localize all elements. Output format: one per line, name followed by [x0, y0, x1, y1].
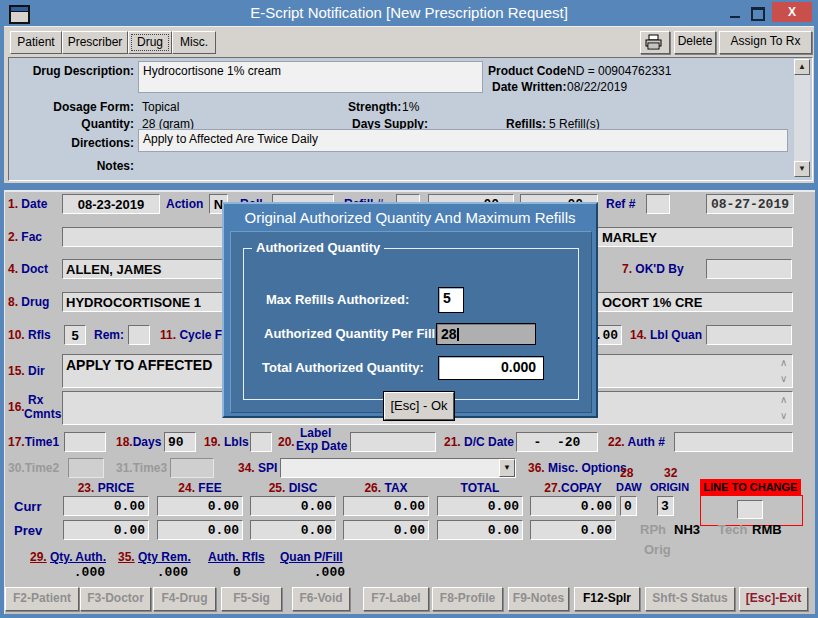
daw-number: 28 [620, 466, 633, 480]
prev-disc-field[interactable]: 0.00 [250, 520, 336, 540]
qty-auth-value: .000 [50, 565, 105, 580]
lbls-field[interactable] [250, 432, 272, 452]
days-label: 18.Days [116, 435, 161, 449]
strength-label: Strength: [348, 100, 401, 114]
prev-fee-field[interactable]: 0.00 [157, 520, 243, 540]
tech-value: RMB [752, 522, 782, 537]
misc-options-label: 36. Misc. Options [528, 461, 627, 475]
fee-header: 24. FEE [157, 481, 243, 495]
curr-price-field[interactable]: 0.00 [63, 496, 149, 516]
time1-field[interactable] [64, 432, 106, 452]
f3-doctor-button[interactable]: F3-Doctor [80, 587, 151, 611]
prev-copay-field[interactable]: 0.00 [530, 520, 616, 540]
curr-copay-field[interactable]: 0.00 [530, 496, 616, 516]
f5-sig-button[interactable]: F5-Sig [221, 587, 282, 611]
prev-label: Prev [14, 523, 42, 538]
quan-pfill-value: .000 [300, 565, 345, 580]
scroll-up-icon[interactable]: ▲ [794, 59, 810, 75]
rfls-field[interactable]: 5 [64, 325, 86, 345]
lbl-quan-label: 14. Lbl Quan [630, 328, 702, 342]
curr-tax-field[interactable]: 0.00 [343, 496, 429, 516]
delete-button[interactable]: Delete [674, 31, 716, 54]
prev-price-field[interactable]: 0.00 [63, 520, 149, 540]
f6-void-button[interactable]: F6-Void [292, 587, 350, 611]
maximize-icon[interactable] [748, 5, 768, 21]
dir-scroll-up-icon[interactable]: ∧ [780, 358, 787, 368]
tab-patient[interactable]: Patient [10, 31, 62, 54]
fac-label: 2. Fac [8, 230, 42, 244]
label-exp-field[interactable] [350, 432, 436, 452]
cycle-fill-label: 11. Cycle Fil [160, 328, 229, 342]
quan-pfill-label: Quan P/Fill [280, 550, 343, 564]
orig-label: Orig [644, 542, 671, 557]
date-field[interactable]: 08-23-2019 [62, 194, 160, 214]
qty-per-fill-input[interactable]: 28 [436, 323, 536, 345]
authorized-quantity-dialog: Original Authorized Quantity And Maximum… [222, 202, 598, 418]
f9-notes-button[interactable]: F9-Notes [508, 587, 569, 611]
prev-tax-field[interactable]: 0.00 [343, 520, 429, 540]
dir-scroll-down-icon[interactable]: ∨ [780, 374, 787, 384]
auth-number-field[interactable] [674, 432, 793, 452]
tab-misc[interactable]: Misc. [172, 31, 216, 54]
f2-patient-button[interactable]: F2-Patient [5, 587, 79, 611]
lbl-quan-field[interactable] [706, 325, 792, 345]
prev-total-field[interactable]: 0.00 [437, 520, 523, 540]
quantity-label: Quantity: [8, 117, 134, 131]
combo-arrow-icon[interactable]: ▼ [499, 459, 515, 477]
lbls-label: 19. Lbls [204, 435, 249, 449]
spi-combobox[interactable]: ▼ [280, 458, 516, 478]
f4-drug-button[interactable]: F4-Drug [153, 587, 216, 611]
dosage-form-label: Dosage Form: [8, 100, 134, 114]
max-refills-label: Max Refills Authorized: [266, 292, 409, 307]
origin-label: ORIGIN [650, 481, 689, 493]
origin-field[interactable]: 3 [657, 496, 674, 516]
esc-exit-button[interactable]: [Esc]-Exit [739, 587, 808, 611]
dc-date-field[interactable]: - -20 [516, 432, 598, 452]
curr-total-field[interactable]: 0.00 [437, 496, 523, 516]
f7-label-button[interactable]: F7-Label [363, 587, 429, 611]
total-qty-label: Total Authorized Quantity: [262, 360, 424, 375]
close-icon[interactable]: X [772, 2, 812, 22]
cmnts-scroll-up-icon[interactable]: ∧ [780, 395, 787, 405]
expire-date-field[interactable]: 08-27-2019 [706, 194, 794, 214]
qty-auth-label: 29. Qty. Auth. [30, 550, 106, 564]
max-refills-input[interactable]: 5 [438, 287, 464, 313]
time3-field [170, 458, 214, 478]
okd-by-field[interactable] [706, 259, 792, 279]
date-written-label: Date Written: [492, 80, 566, 94]
curr-disc-field[interactable]: 0.00 [250, 496, 336, 516]
dialog-body: Authorized Quantity Max Refills Authoriz… [230, 231, 592, 413]
label-exp-label-1: Label [300, 426, 331, 440]
rem-field[interactable] [128, 325, 150, 345]
total-qty-input[interactable]: 0.000 [438, 356, 544, 380]
scrollbar-track[interactable] [794, 75, 810, 161]
esc-ok-button[interactable]: [Esc] - Ok [384, 392, 454, 420]
f12-splr-button[interactable]: F12-Splr [574, 587, 640, 611]
time2-field [68, 458, 104, 478]
line-to-change-field[interactable] [737, 500, 763, 519]
days-field[interactable]: 90 [164, 432, 196, 452]
curr-fee-field[interactable]: 0.00 [157, 496, 243, 516]
print-button[interactable] [640, 31, 670, 54]
ref-number-field[interactable] [646, 194, 670, 214]
strength-value: 1% [402, 100, 419, 114]
tab-prescriber[interactable]: Prescriber [62, 31, 128, 54]
time3-label: 31.Time3 [116, 461, 167, 475]
shft-s-status-button[interactable]: Shft-S Status [645, 587, 735, 611]
directions-value: Apply to Affected Are Twice Daily [138, 129, 788, 152]
cmnts-scroll-down-icon[interactable]: ∨ [780, 411, 787, 421]
minimize-icon[interactable] [726, 5, 746, 21]
date-written-value: 08/22/2019 [567, 80, 627, 94]
product-code-label: Product Code: [488, 64, 571, 78]
copay-header: 27.COPAY [530, 481, 616, 495]
price-header: 23. PRICE [63, 481, 149, 495]
drug-label: 8. Drug [8, 295, 49, 309]
scroll-down-icon[interactable]: ▼ [794, 161, 810, 177]
daw-field[interactable]: 0 [620, 496, 637, 516]
tab-drug[interactable]: Drug [128, 31, 172, 54]
assign-to-rx-button[interactable]: Assign To Rx [719, 31, 812, 54]
authorized-quantity-group: Authorized Quantity Max Refills Authoriz… [243, 248, 579, 400]
f8-profile-button[interactable]: F8-Profile [432, 587, 503, 611]
curr-label: Curr [14, 499, 41, 514]
spi-label: 34. SPI [238, 461, 277, 475]
